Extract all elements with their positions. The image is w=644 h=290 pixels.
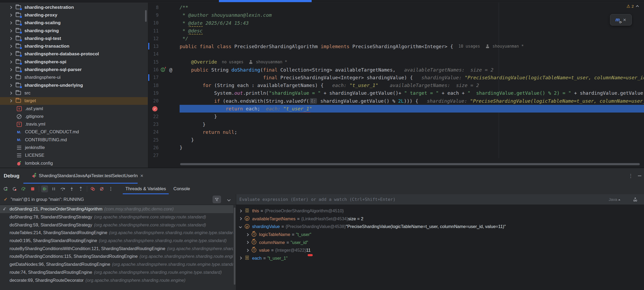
- debug-session-tab[interactable]: ShardingStandardJavaApiTester.testSelect…: [32, 168, 143, 184]
- tree-item-jenkinsfile[interactable]: jenkinsfile: [0, 144, 148, 151]
- inspection-widget[interactable]: ⚠ 2: [626, 4, 638, 9]
- code-lines[interactable]: 8/**9 * @author shouyuanman@lexin.com10 …: [148, 3, 644, 159]
- chevron-up-icon[interactable]: [636, 5, 639, 8]
- frames-scrollbar[interactable]: [234, 208, 235, 285]
- stop-button[interactable]: [29, 185, 36, 192]
- tree-item-shardingsphere-ui[interactable]: shardingsphere-ui: [0, 74, 148, 81]
- maven-reload-popup[interactable]: m ✕: [610, 14, 632, 26]
- stack-frame[interactable]: getDataNodes:96, ShardingStandardRouting…: [0, 260, 233, 268]
- variable-value[interactable]: fvalue={Integer@4522} 11: [236, 246, 644, 254]
- tree-item-sharding-transaction[interactable]: sharding-transaction: [0, 42, 148, 50]
- pause-button[interactable]: [50, 185, 57, 192]
- code-line-23[interactable]: 23 }: [148, 120, 644, 128]
- tree-item-shardingsphere-sql-parser[interactable]: shardingsphere-sql-parser: [0, 66, 148, 73]
- chevron-down-icon[interactable]: [239, 225, 242, 228]
- code-line-19[interactable]: 19 System.out.println("shardingValue = "…: [148, 89, 644, 97]
- project-tree-scrollbar[interactable]: [145, 10, 147, 22]
- code-line-12[interactable]: 12 */: [148, 35, 644, 42]
- stack-frame[interactable]: doSharding:21, PreciseOrderShardingAlgor…: [0, 205, 233, 213]
- resume-button[interactable]: [41, 185, 48, 192]
- variable-availableTargetNames[interactable]: pavailableTargetNames={LinkedHashSet@453…: [236, 215, 644, 223]
- stack-frame[interactable]: doSharding:59, StandardShardingStrategy(…: [0, 221, 233, 229]
- tree-item-shardingsphere-underlying[interactable]: shardingsphere-underlying: [0, 81, 148, 89]
- add-watch-icon[interactable]: [633, 197, 638, 202]
- code-line-21[interactable]: ✓ return each; each: "t_user_1": [148, 105, 644, 113]
- chevron-right-icon[interactable]: [9, 29, 12, 32]
- code-editor[interactable]: 8/**9 * @author shouyuanman@lexin.com10 …: [148, 3, 644, 168]
- hide-panel-icon[interactable]: [638, 176, 641, 176]
- code-line-10[interactable]: 10 * @date 2025/6/24 15:43: [148, 19, 644, 27]
- rerun-debug-button[interactable]: [20, 185, 27, 192]
- thread-header[interactable]: ✓ "main"@1 in group "main": RUNNING: [0, 194, 236, 205]
- chevron-right-icon[interactable]: [239, 257, 242, 260]
- tree-item-sharding-scaling[interactable]: sharding-scaling: [0, 19, 148, 27]
- code-line-25[interactable]: 25 }: [148, 136, 644, 144]
- chevron-right-icon[interactable]: [246, 241, 249, 244]
- step-into-button[interactable]: [68, 185, 75, 192]
- view-breakpoints-button[interactable]: [89, 185, 96, 192]
- step-out-button[interactable]: [77, 185, 84, 192]
- rerun-failed-tests-button[interactable]: [11, 185, 18, 192]
- code-line-26[interactable]: 26}: [148, 144, 644, 151]
- code-line-24[interactable]: 24 return null;: [148, 128, 644, 136]
- chevron-right-icon[interactable]: [9, 76, 12, 79]
- tree-item--asf-yaml[interactable]: Y.asf.yaml: [0, 105, 148, 113]
- filter-icon[interactable]: [213, 196, 221, 203]
- tree-item-shardingsphere-spi[interactable]: shardingsphere-spi: [0, 58, 148, 66]
- code-line-22[interactable]: 22 }: [148, 113, 644, 120]
- chevron-right-icon[interactable]: [9, 22, 12, 24]
- code-line-13[interactable]: 13public final class PreciseOrderShardin…: [148, 42, 644, 50]
- tree-item-contributing-md[interactable]: M↓CONTRIBUTING.md: [0, 136, 148, 144]
- chevron-right-icon[interactable]: [9, 100, 12, 102]
- variable-logicTableName[interactable]: flogicTableName="t_user": [236, 231, 644, 239]
- stack-frame[interactable]: doSharding:78, StandardShardingStrategy(…: [0, 213, 233, 221]
- stack-frame[interactable]: route0:195, ShardingStandardRoutingEngin…: [0, 237, 233, 245]
- implements-method-icon[interactable]: I: [161, 68, 165, 72]
- code-line-11[interactable]: 11 * @desc: [148, 27, 644, 35]
- stack-frame[interactable]: route:74, ShardingStandardRoutingEngine(…: [0, 268, 233, 276]
- chevron-right-icon[interactable]: [9, 45, 12, 48]
- maven-reload-icon[interactable]: m: [616, 17, 620, 23]
- variable-this[interactable]: this={PreciseOrderShardingAlgorithm@4510…: [236, 207, 644, 215]
- rerun-button[interactable]: [2, 185, 9, 192]
- tree-item-sharding-proxy[interactable]: sharding-proxy: [0, 11, 148, 19]
- code-line-14[interactable]: 14: [148, 50, 644, 58]
- code-line-20[interactable]: 20 if (each.endsWith(String.valueOf(l: s…: [148, 97, 644, 105]
- tree-item-src[interactable]: src: [0, 89, 148, 97]
- chevron-right-icon[interactable]: [239, 217, 242, 220]
- code-line-17[interactable]: 17 final PreciseShardingValue<Integer> s…: [148, 74, 644, 81]
- chevron-right-icon[interactable]: [9, 53, 12, 56]
- code-line-16[interactable]: 16I@ public String doSharding(final Coll…: [148, 66, 644, 73]
- close-icon[interactable]: ✕: [140, 173, 143, 178]
- variable-shardingValue[interactable]: pshardingValue={PreciseShardingValue@453…: [236, 223, 644, 231]
- variable-each[interactable]: each="t_user_1": [236, 254, 644, 262]
- code-line-9[interactable]: 9 * @author shouyuanman@lexin.com: [148, 11, 644, 19]
- variable-columnName[interactable]: fcolumnName="user_id": [236, 238, 644, 246]
- more-options-icon[interactable]: ⋮: [628, 173, 633, 179]
- stack-frame[interactable]: decorate:69, ShardingRouteDecorator(org.…: [0, 276, 233, 284]
- tree-item-lombok-config[interactable]: lombok.config: [0, 159, 148, 167]
- mute-breakpoints-button[interactable]: [98, 185, 105, 192]
- code-line-8[interactable]: 8/**: [148, 3, 644, 11]
- tree-item-sharding-spring[interactable]: sharding-spring: [0, 27, 148, 35]
- tree-item-sharding-orchestration[interactable]: sharding-orchestration: [0, 3, 148, 11]
- stack-frame[interactable]: routeByShardingConditionsWithCondition:1…: [0, 245, 233, 252]
- breakpoint-icon[interactable]: ✓: [152, 106, 158, 111]
- code-line-15[interactable]: 15 @Override no usages shouyuanman *: [148, 58, 644, 66]
- chevron-right-icon[interactable]: [9, 14, 12, 16]
- tree-item-license[interactable]: LICENSE: [0, 152, 148, 159]
- editor-horizontal-scrollbar[interactable]: [180, 163, 640, 165]
- chevron-right-icon[interactable]: [9, 60, 12, 63]
- tab-console[interactable]: Console: [170, 184, 194, 194]
- chevron-down-icon[interactable]: [227, 198, 231, 201]
- code-line-27[interactable]: 27: [148, 152, 644, 159]
- chevron-right-icon[interactable]: [9, 92, 12, 94]
- chevron-right-icon[interactable]: [9, 68, 12, 71]
- code-line-18[interactable]: 18 for (String each : availableTargetNam…: [148, 81, 644, 89]
- close-icon[interactable]: ✕: [623, 18, 626, 22]
- language-selector[interactable]: Java: [609, 197, 620, 202]
- evaluate-expression-input[interactable]: Evaluate expression (Enter) or add a wat…: [236, 194, 644, 205]
- tab-threads-variables[interactable]: Threads & Variables: [122, 184, 170, 194]
- tree-item-target[interactable]: target: [0, 97, 148, 105]
- tree-item--gitignore[interactable]: .gitignore: [0, 113, 148, 120]
